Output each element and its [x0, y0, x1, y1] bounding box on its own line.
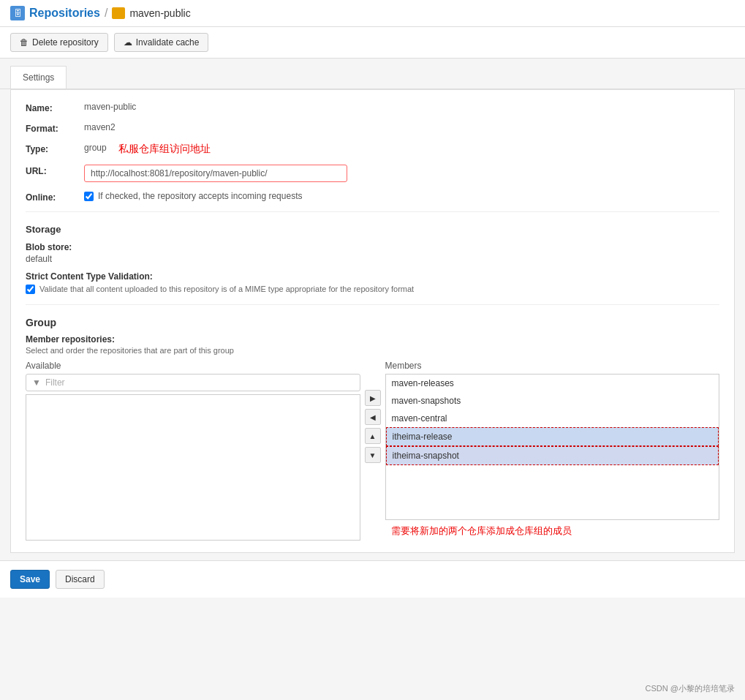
strict-label: Strict Content Type Validation:: [26, 271, 719, 282]
repo-folder-icon: [112, 7, 125, 19]
move-right-button[interactable]: ▶: [365, 390, 381, 406]
filter-input-wrapper[interactable]: ▼ Filter: [26, 374, 360, 391]
format-field-row: Format: maven2: [26, 122, 719, 134]
move-up-button[interactable]: ▲: [365, 428, 381, 444]
members-annotation: 需要将新加的两个仓库添加成仓库组的成员: [391, 525, 572, 536]
format-value: maven2: [84, 122, 116, 132]
delete-repository-button[interactable]: 🗑 Delete repository: [10, 33, 108, 52]
discard-button[interactable]: Discard: [56, 570, 105, 589]
format-label: Format:: [26, 122, 84, 134]
breadcrumb-separator: /: [105, 7, 107, 20]
member-desc: Select and order the repositories that a…: [26, 346, 719, 355]
tab-settings[interactable]: Settings: [10, 66, 67, 89]
list-item[interactable]: maven-central: [386, 410, 719, 427]
group-section-label: Group: [26, 317, 719, 328]
available-list[interactable]: [26, 394, 360, 541]
repository-lists: Available ▼ Filter ▶ ◀ ▲ ▼ Members: [26, 361, 719, 541]
action-toolbar: 🗑 Delete repository ☁ Invalidate cache: [0, 27, 745, 59]
blob-store-value: default: [26, 254, 719, 264]
storage-section: Storage Blob store: default Strict Conte…: [26, 224, 719, 294]
invalidate-icon: ☁: [124, 37, 132, 48]
storage-section-label: Storage: [26, 224, 719, 235]
url-label: URL:: [26, 165, 84, 176]
bottom-toolbar: Save Discard: [0, 560, 745, 598]
list-item[interactable]: maven-releases: [386, 375, 719, 392]
group-section: Group Member repositories: Select and or…: [26, 317, 719, 541]
available-header: Available: [26, 361, 360, 371]
members-panel: Members maven-releases maven-snapshots m…: [385, 361, 720, 538]
member-repos-label: Member repositories:: [26, 334, 719, 345]
online-row: If checked, the repository accepts incom…: [84, 191, 302, 201]
name-field-row: Name: maven-public: [26, 102, 719, 113]
available-panel: Available ▼ Filter: [26, 361, 360, 541]
url-field-row: URL:: [26, 165, 719, 182]
filter-placeholder: Filter: [45, 377, 65, 388]
strict-row: Validate that all content uploaded to th…: [26, 285, 719, 294]
strict-checkbox[interactable]: [26, 285, 35, 294]
top-bar: 🗄 Repositories / maven-public: [0, 0, 745, 27]
save-button[interactable]: Save: [10, 570, 50, 589]
strict-section: Strict Content Type Validation: Validate…: [26, 271, 719, 294]
list-item-itheima-snapshot[interactable]: itheima-snapshot: [386, 446, 719, 465]
invalidate-cache-button[interactable]: ☁ Invalidate cache: [114, 33, 209, 52]
type-annotation: 私服仓库组访问地址: [118, 143, 211, 156]
online-checkbox-label: If checked, the repository accepts incom…: [98, 191, 302, 201]
move-down-button[interactable]: ▼: [365, 447, 381, 463]
online-label: Online:: [26, 191, 84, 203]
online-checkbox[interactable]: [84, 192, 94, 201]
settings-form: Name: maven-public Format: maven2 Type: …: [10, 89, 735, 553]
type-field-row: Type: group 私服仓库组访问地址: [26, 143, 719, 156]
members-header: Members: [385, 361, 720, 371]
delete-icon: 🗑: [20, 37, 29, 48]
type-label: Type:: [26, 143, 84, 154]
filter-icon: ▼: [32, 377, 41, 388]
repositories-link[interactable]: Repositories: [29, 7, 100, 20]
name-label: Name:: [26, 102, 84, 113]
blob-store-label: Blob store:: [26, 242, 719, 252]
move-left-button[interactable]: ◀: [365, 409, 381, 425]
list-item-itheima-release[interactable]: itheima-release: [386, 427, 719, 446]
strict-desc: Validate that all content uploaded to th…: [39, 285, 414, 293]
url-input[interactable]: [84, 165, 347, 182]
repositories-icon: 🗄: [10, 6, 25, 20]
breadcrumb-name: maven-public: [129, 7, 190, 19]
online-field-row: Online: If checked, the repository accep…: [26, 191, 719, 203]
list-item[interactable]: maven-snapshots: [386, 392, 719, 410]
members-list[interactable]: maven-releases maven-snapshots maven-cen…: [385, 374, 720, 520]
transfer-buttons: ▶ ◀ ▲ ▼: [360, 390, 385, 463]
type-value: group: [84, 143, 107, 153]
name-value: maven-public: [84, 102, 136, 112]
